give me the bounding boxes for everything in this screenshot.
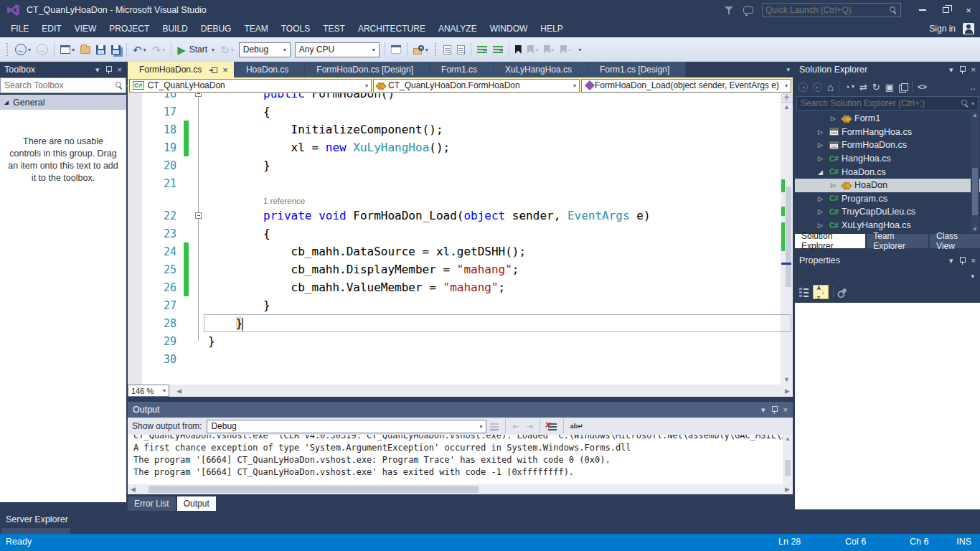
pin-icon[interactable]	[959, 66, 966, 74]
pin-icon[interactable]	[771, 406, 778, 414]
close-icon[interactable]: ×	[783, 405, 788, 414]
document-tab-form1-cs-design[interactable]: Form1.cs [Design]	[588, 62, 686, 77]
scroll-up-arrow-icon[interactable]: ▲	[971, 112, 979, 118]
alphabetical-sort-icon[interactable]: AZ↓	[813, 285, 829, 299]
scrollbar-thumb[interactable]	[785, 460, 791, 476]
menu-item-debug[interactable]: DEBUG	[194, 20, 238, 37]
navigate-forward-button[interactable]: →	[34, 41, 50, 58]
attach-to-process-button[interactable]	[389, 41, 403, 58]
tree-item-truycapdulieu-cs[interactable]: ▷C#TruyCapDuLieu.cs	[795, 205, 980, 219]
clear-bookmarks-button[interactable]: ×	[558, 41, 574, 58]
tab-output[interactable]: Output	[177, 496, 216, 511]
pin-icon[interactable]	[959, 257, 966, 265]
pin-icon[interactable]	[209, 67, 217, 73]
find-in-files-button[interactable]: ▾	[411, 41, 430, 58]
refresh-icon[interactable]: ↻	[872, 83, 880, 92]
expand-arrow-icon[interactable]: ▷	[818, 141, 829, 149]
restore-button[interactable]	[934, 2, 957, 18]
scroll-left-arrow-icon[interactable]: ◀	[128, 486, 138, 493]
collapse-region-icon[interactable]	[195, 93, 202, 97]
undo-button[interactable]: ↶▾	[131, 41, 149, 58]
quick-launch-box[interactable]	[762, 3, 901, 17]
toolbar-grip[interactable]	[434, 42, 438, 57]
tree-item-program-cs[interactable]: ▷C#Program.cs	[795, 192, 980, 206]
tree-item-hoadon[interactable]: ▷HoaDon	[795, 179, 980, 192]
tree-item-xulyhanghoa-cs[interactable]: ▷C#XuLyHangHoa.cs	[795, 219, 980, 232]
view-code-icon[interactable]: <>	[918, 83, 927, 91]
output-horizontal-scrollbar[interactable]: ◀ ▶	[128, 484, 793, 494]
save-button[interactable]	[94, 41, 108, 58]
toolbar-options-button[interactable]: ▾	[575, 41, 583, 58]
tab-error-list[interactable]: Error List	[128, 496, 176, 511]
home-icon[interactable]: ⌂	[827, 82, 834, 93]
zoom-level-combo[interactable]: 146 %▾	[128, 385, 169, 397]
menu-item-architecture[interactable]: ARCHITECTURE	[352, 20, 432, 37]
scrollbar-thumb[interactable]	[149, 486, 479, 493]
feedback-filter-icon[interactable]	[725, 6, 733, 14]
close-button[interactable]: ×	[957, 2, 980, 18]
menu-item-build[interactable]: BUILD	[156, 20, 194, 37]
window-position-icon[interactable]: ▾	[761, 405, 765, 415]
tab-list-chevron-icon[interactable]: ▾	[786, 66, 790, 73]
menu-item-file[interactable]: FILE	[4, 20, 35, 37]
back-icon[interactable]: ◂	[798, 83, 808, 92]
document-tab-formhoadon-cs[interactable]: FormHoaDon.cs×	[128, 62, 235, 77]
close-icon[interactable]: ×	[971, 256, 976, 265]
output-source-combo[interactable]: Debug▾	[207, 420, 486, 433]
property-pages-wrench-icon[interactable]	[838, 288, 847, 297]
navigate-backward-button[interactable]: ←▾	[13, 41, 33, 58]
clear-all-button[interactable]	[547, 422, 557, 430]
toolbox-group-general[interactable]: General	[0, 95, 126, 110]
collapse-region-icon[interactable]	[195, 212, 202, 219]
tree-item-formhoadon-cs[interactable]: ▷FormHoaDon.cs	[795, 138, 980, 152]
scroll-down-arrow-icon[interactable]: ▼	[781, 376, 793, 383]
document-tab-form1-cs[interactable]: Form1.cs	[430, 62, 494, 77]
document-tab-xulyhanghoa-cs[interactable]: XuLyHangHoa.cs	[494, 62, 588, 77]
output-log[interactable]: CT_QuanLyHoaDon.vshost.exe' (CLR v4.0.30…	[128, 435, 793, 484]
close-icon[interactable]: ×	[118, 65, 122, 74]
window-position-icon[interactable]: ▾	[95, 65, 100, 75]
toolbox-header[interactable]: Toolbox ▾ ×	[0, 62, 126, 77]
tree-item-form1[interactable]: ▷Form1	[795, 112, 980, 126]
expand-arrow-icon[interactable]: ▷	[818, 195, 829, 202]
solution-explorer-search-input[interactable]	[801, 98, 961, 108]
collapse-arrow-icon[interactable]: ◢	[818, 169, 829, 176]
quick-launch-input[interactable]	[765, 5, 890, 15]
menu-item-help[interactable]: HELP	[534, 20, 569, 37]
output-vertical-scrollbar[interactable]: ▲	[783, 435, 793, 484]
tab-solution-explorer[interactable]: Solution Explorer	[795, 234, 865, 248]
sign-in-link[interactable]: Sign in	[929, 24, 956, 34]
document-tab-hoadon-cs[interactable]: HoaDon.cs	[235, 62, 305, 77]
expand-arrow-icon[interactable]: ▷	[818, 155, 829, 162]
new-project-button[interactable]: ▾	[58, 41, 77, 58]
fold-margin[interactable]	[189, 212, 208, 219]
menu-item-view[interactable]: VIEW	[68, 20, 103, 37]
open-file-button[interactable]	[78, 41, 93, 58]
expand-arrow-icon[interactable]: ▷	[818, 208, 829, 215]
window-position-icon[interactable]: ▾	[949, 256, 953, 265]
menu-item-project[interactable]: PROJECT	[103, 20, 156, 37]
close-icon[interactable]: ×	[222, 65, 228, 75]
tree-item-hoadon-cs[interactable]: ◢C#HoaDon.cs	[795, 165, 980, 179]
toolbox-search-box[interactable]: ▾	[0, 77, 126, 93]
forward-icon[interactable]: ▸	[813, 83, 822, 92]
type-dropdown[interactable]: CT_QuanLyHoaDon.FormHoaDon▾	[373, 79, 580, 93]
tab-team-explorer[interactable]: Team Explorer	[867, 234, 928, 248]
tab-class-view[interactable]: Class View	[930, 234, 980, 248]
menu-item-window[interactable]: WINDOW	[484, 20, 534, 37]
categorized-icon[interactable]	[799, 288, 809, 296]
project-dropdown[interactable]: C# CT_QuanLyHoaDon▾	[129, 79, 372, 93]
minimize-button[interactable]	[911, 2, 934, 18]
scroll-right-arrow-icon[interactable]: ▶	[782, 387, 793, 395]
show-all-files-icon[interactable]	[899, 83, 907, 91]
navigate-back-in-doc-button[interactable]: ←	[441, 41, 453, 58]
redo-button[interactable]: ↷▾	[150, 41, 168, 58]
increase-indent-button[interactable]: →	[491, 41, 505, 58]
refresh-button[interactable]: ↻▾	[218, 41, 236, 58]
solution-platforms-combo[interactable]: Any CPU▾	[295, 42, 380, 57]
collapse-all-icon[interactable]: ▣	[885, 83, 894, 92]
expand-arrow-icon[interactable]: ▷	[818, 128, 829, 136]
sync-with-active-document-icon[interactable]: ⇄	[859, 83, 867, 92]
chevron-down-icon[interactable]: ▾	[971, 100, 974, 107]
toolbox-search-input[interactable]	[4, 80, 116, 90]
